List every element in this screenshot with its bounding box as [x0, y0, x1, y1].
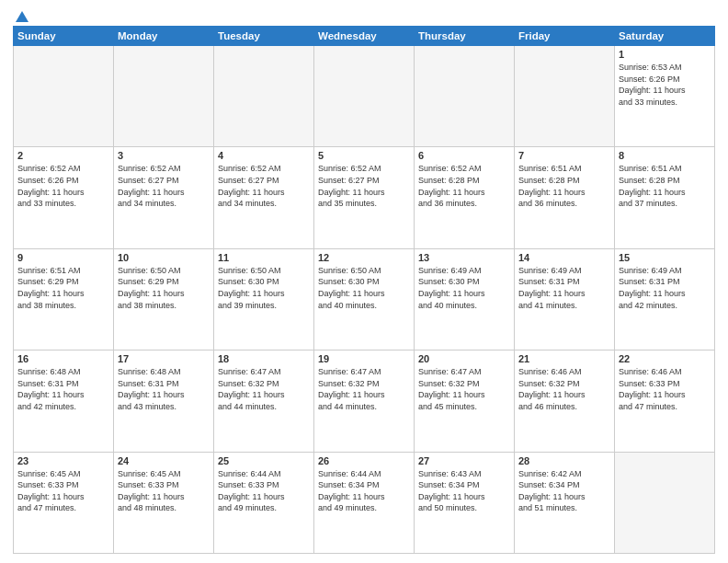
- day-cell: 6Sunrise: 6:52 AMSunset: 6:28 PMDaylight…: [415, 147, 515, 248]
- day-info: Sunrise: 6:52 AMSunset: 6:27 PMDaylight:…: [218, 163, 310, 209]
- day-number: 20: [418, 353, 510, 364]
- week-row-4: 16Sunrise: 6:48 AMSunset: 6:31 PMDayligh…: [14, 350, 715, 452]
- svg-marker-0: [16, 11, 28, 22]
- day-cell: [515, 46, 615, 147]
- day-number: 5: [318, 150, 410, 161]
- day-cell: 3Sunrise: 6:52 AMSunset: 6:27 PMDaylight…: [114, 147, 214, 248]
- day-cell: 4Sunrise: 6:52 AMSunset: 6:27 PMDaylight…: [214, 147, 314, 248]
- day-number: 12: [318, 252, 410, 263]
- day-cell: [14, 46, 114, 147]
- day-info: Sunrise: 6:47 AMSunset: 6:32 PMDaylight:…: [318, 366, 410, 412]
- day-info: Sunrise: 6:46 AMSunset: 6:32 PMDaylight:…: [518, 366, 610, 412]
- header: [13, 9, 715, 20]
- day-number: 14: [518, 252, 610, 263]
- day-number: 27: [418, 455, 510, 466]
- day-info: Sunrise: 6:48 AMSunset: 6:31 PMDaylight:…: [118, 366, 210, 412]
- day-number: 24: [118, 455, 210, 466]
- day-info: Sunrise: 6:44 AMSunset: 6:34 PMDaylight:…: [318, 468, 410, 514]
- day-number: 9: [17, 252, 109, 263]
- day-info: Sunrise: 6:46 AMSunset: 6:33 PMDaylight:…: [619, 366, 711, 412]
- day-cell: 21Sunrise: 6:46 AMSunset: 6:32 PMDayligh…: [515, 350, 615, 452]
- weekday-sunday: Sunday: [14, 27, 114, 46]
- day-info: Sunrise: 6:47 AMSunset: 6:32 PMDaylight:…: [418, 366, 510, 412]
- weekday-monday: Monday: [114, 27, 214, 46]
- day-info: Sunrise: 6:49 AMSunset: 6:31 PMDaylight:…: [518, 265, 610, 311]
- day-info: Sunrise: 6:51 AMSunset: 6:28 PMDaylight:…: [619, 163, 711, 209]
- day-info: Sunrise: 6:52 AMSunset: 6:27 PMDaylight:…: [318, 163, 410, 209]
- day-cell: 24Sunrise: 6:45 AMSunset: 6:33 PMDayligh…: [114, 452, 214, 553]
- weekday-friday: Friday: [515, 27, 615, 46]
- day-number: 23: [17, 455, 109, 466]
- week-row-1: 1Sunrise: 6:53 AMSunset: 6:26 PMDaylight…: [14, 46, 715, 147]
- day-cell: [314, 46, 415, 147]
- day-cell: [415, 46, 515, 147]
- day-cell: 25Sunrise: 6:44 AMSunset: 6:33 PMDayligh…: [214, 452, 314, 553]
- weekday-tuesday: Tuesday: [214, 27, 314, 46]
- week-row-2: 2Sunrise: 6:52 AMSunset: 6:26 PMDaylight…: [14, 147, 715, 248]
- day-info: Sunrise: 6:50 AMSunset: 6:30 PMDaylight:…: [318, 265, 410, 311]
- day-cell: 18Sunrise: 6:47 AMSunset: 6:32 PMDayligh…: [214, 350, 314, 452]
- day-cell: 14Sunrise: 6:49 AMSunset: 6:31 PMDayligh…: [515, 248, 615, 350]
- day-cell: 26Sunrise: 6:44 AMSunset: 6:34 PMDayligh…: [314, 452, 415, 553]
- week-row-3: 9Sunrise: 6:51 AMSunset: 6:29 PMDaylight…: [14, 248, 715, 350]
- day-info: Sunrise: 6:47 AMSunset: 6:32 PMDaylight:…: [218, 366, 310, 412]
- day-cell: 22Sunrise: 6:46 AMSunset: 6:33 PMDayligh…: [615, 350, 715, 452]
- day-cell: 10Sunrise: 6:50 AMSunset: 6:29 PMDayligh…: [114, 248, 214, 350]
- day-number: 25: [218, 455, 310, 466]
- day-info: Sunrise: 6:49 AMSunset: 6:30 PMDaylight:…: [418, 265, 510, 311]
- day-number: 19: [318, 353, 410, 364]
- day-cell: 23Sunrise: 6:45 AMSunset: 6:33 PMDayligh…: [14, 452, 114, 553]
- day-info: Sunrise: 6:42 AMSunset: 6:34 PMDaylight:…: [518, 468, 610, 514]
- day-number: 3: [118, 150, 210, 161]
- weekday-saturday: Saturday: [615, 27, 715, 46]
- day-cell: 19Sunrise: 6:47 AMSunset: 6:32 PMDayligh…: [314, 350, 415, 452]
- day-cell: [214, 46, 314, 147]
- day-cell: 11Sunrise: 6:50 AMSunset: 6:30 PMDayligh…: [214, 248, 314, 350]
- day-number: 13: [418, 252, 510, 263]
- day-number: 4: [218, 150, 310, 161]
- page: SundayMondayTuesdayWednesdayThursdayFrid…: [0, 0, 728, 563]
- day-info: Sunrise: 6:45 AMSunset: 6:33 PMDaylight:…: [17, 468, 109, 514]
- day-number: 16: [17, 353, 109, 364]
- day-number: 15: [619, 252, 711, 263]
- day-number: 22: [619, 353, 711, 364]
- day-number: 21: [518, 353, 610, 364]
- day-cell: 9Sunrise: 6:51 AMSunset: 6:29 PMDaylight…: [14, 248, 114, 350]
- day-cell: 5Sunrise: 6:52 AMSunset: 6:27 PMDaylight…: [314, 147, 415, 248]
- day-number: 6: [418, 150, 510, 161]
- weekday-thursday: Thursday: [415, 27, 515, 46]
- day-number: 28: [518, 455, 610, 466]
- day-cell: 16Sunrise: 6:48 AMSunset: 6:31 PMDayligh…: [14, 350, 114, 452]
- day-info: Sunrise: 6:48 AMSunset: 6:31 PMDaylight:…: [17, 366, 109, 412]
- day-cell: 15Sunrise: 6:49 AMSunset: 6:31 PMDayligh…: [615, 248, 715, 350]
- day-number: 2: [17, 150, 109, 161]
- day-number: 7: [518, 150, 610, 161]
- day-cell: [615, 452, 715, 553]
- day-number: 17: [118, 353, 210, 364]
- calendar-table: SundayMondayTuesdayWednesdayThursdayFrid…: [13, 26, 715, 554]
- day-number: 18: [218, 353, 310, 364]
- day-cell: 20Sunrise: 6:47 AMSunset: 6:32 PMDayligh…: [415, 350, 515, 452]
- day-number: 26: [318, 455, 410, 466]
- logo-icon: [14, 9, 30, 26]
- day-cell: 13Sunrise: 6:49 AMSunset: 6:30 PMDayligh…: [415, 248, 515, 350]
- day-info: Sunrise: 6:50 AMSunset: 6:29 PMDaylight:…: [118, 265, 210, 311]
- day-info: Sunrise: 6:51 AMSunset: 6:29 PMDaylight:…: [17, 265, 109, 311]
- day-info: Sunrise: 6:44 AMSunset: 6:33 PMDaylight:…: [218, 468, 310, 514]
- day-number: 8: [619, 150, 711, 161]
- day-number: 1: [619, 49, 711, 60]
- day-cell: 7Sunrise: 6:51 AMSunset: 6:28 PMDaylight…: [515, 147, 615, 248]
- day-number: 10: [118, 252, 210, 263]
- week-row-5: 23Sunrise: 6:45 AMSunset: 6:33 PMDayligh…: [14, 452, 715, 553]
- day-info: Sunrise: 6:52 AMSunset: 6:26 PMDaylight:…: [17, 163, 109, 209]
- day-cell: 2Sunrise: 6:52 AMSunset: 6:26 PMDaylight…: [14, 147, 114, 248]
- day-cell: 28Sunrise: 6:42 AMSunset: 6:34 PMDayligh…: [515, 452, 615, 553]
- day-info: Sunrise: 6:45 AMSunset: 6:33 PMDaylight:…: [118, 468, 210, 514]
- weekday-header-row: SundayMondayTuesdayWednesdayThursdayFrid…: [14, 27, 715, 46]
- day-number: 11: [218, 252, 310, 263]
- day-info: Sunrise: 6:51 AMSunset: 6:28 PMDaylight:…: [518, 163, 610, 209]
- day-info: Sunrise: 6:50 AMSunset: 6:30 PMDaylight:…: [218, 265, 310, 311]
- logo: [13, 9, 30, 20]
- day-info: Sunrise: 6:49 AMSunset: 6:31 PMDaylight:…: [619, 265, 711, 311]
- day-info: Sunrise: 6:52 AMSunset: 6:27 PMDaylight:…: [118, 163, 210, 209]
